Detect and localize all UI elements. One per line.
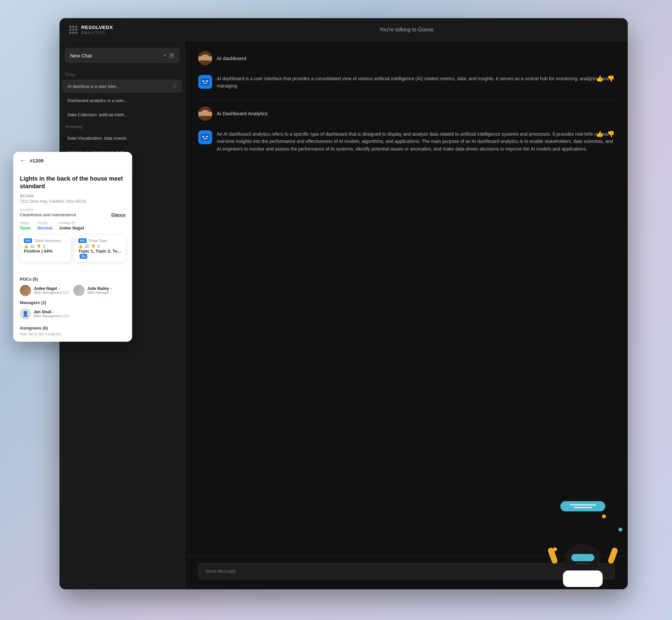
bubble-line-1 — [570, 505, 596, 506]
sentiment-value: Positive | 54% — [24, 249, 67, 254]
user-message-0: AI dashboard — [198, 51, 615, 65]
topic-thumbs-up-icon: 👍 — [78, 244, 83, 249]
ticket-created-by: Created By Jodee Nagel — [59, 221, 84, 230]
poc-name-text-1: Julie Bailey — [87, 286, 109, 291]
today-label: Today — [59, 70, 185, 79]
logo-text: RESOLVEDX — [81, 24, 113, 30]
thumbs-up-button-0[interactable]: 👍 — [596, 75, 603, 82]
manager-name-text-0: Jen Shull — [34, 310, 51, 314]
robot-arm-right — [607, 547, 619, 564]
robot-screen — [571, 554, 594, 561]
poc-company-0: Miller Management LLC — [34, 291, 69, 295]
thumbs-down-button-1[interactable]: 👎 — [607, 131, 615, 138]
topic-card: RXI Ticket Topic 👍 12 👎 3 Topic 1, Topic… — [74, 235, 126, 262]
message-actions-0: ⧉ 👍 👎 — [588, 75, 615, 82]
robot-base — [563, 570, 603, 587]
bot-message-0: AI dashboard is a user interface that pr… — [198, 75, 615, 90]
poc-company-1: Miller Manager — [87, 291, 113, 295]
new-chat-button[interactable]: New Chat + ⊞ — [65, 48, 179, 63]
manager-check-0: ✓ — [52, 310, 55, 314]
glance-link[interactable]: Glance — [111, 212, 126, 217]
copy-button-1[interactable]: ⧉ — [588, 131, 592, 138]
layout-icon[interactable]: ⊞ — [169, 52, 174, 59]
plus-icon[interactable]: + — [163, 52, 166, 59]
topic-votes: 👍 12 👎 3 — [78, 244, 122, 249]
poc-check-0: ✓ — [58, 287, 61, 291]
topic-value: Topic 1, Topic 2, To... 3+ — [78, 249, 122, 258]
topic-thumbs-down-icon: 👎 — [91, 244, 95, 249]
sentiment-rx-badge: RXI — [24, 238, 32, 243]
managers-title: Managers (1) — [20, 300, 126, 305]
thumbs-up-button-1[interactable]: 👍 — [596, 131, 603, 138]
bot-mouth-1 — [203, 138, 207, 139]
sentiment-card: RXI Ticket Sentiment 👍 12 👎 3 Positive |… — [20, 235, 71, 262]
priority-value: Normal — [37, 225, 52, 230]
manager-item-0: 👤 Jen Shull ✓ Miller Management LLC — [20, 308, 126, 320]
header-title: You're talking to Goose — [379, 27, 433, 32]
topic-header: RXI Ticket Topic — [78, 238, 122, 243]
chat-item-3[interactable]: Data Visualization: data scienti... — [62, 132, 182, 145]
grid-icon — [69, 26, 77, 34]
poc-name-0: Jodee Nagel ✓ — [34, 286, 69, 291]
poc-name-1: Julie Bailey ✓ — [87, 286, 113, 291]
status-value: Open — [20, 225, 31, 230]
chat-item-text-2: Data Collection: artificial intell... — [67, 112, 177, 117]
assignees-section: Assignees (0) Has Yet to Be Assigned — [13, 322, 132, 342]
message-group-0: AI dashboard — [198, 51, 615, 65]
sentiment-votes: 👍 12 👎 3 — [24, 244, 67, 249]
sentiment-thumbs-down-count: 3 — [43, 244, 45, 248]
sentiment-header: RXI Ticket Sentiment — [24, 238, 67, 243]
user-avatar-0 — [198, 51, 212, 65]
ticket-meta: Status Open Priority Normal Created By J… — [20, 221, 126, 230]
ticket-location-row: Cleanliness and maintenance Glance — [20, 212, 126, 217]
created-by-label: Created By — [59, 221, 84, 225]
divider-0 — [198, 100, 615, 100]
topic-thumbs-down-count: 3 — [97, 244, 99, 248]
bot-mouth-0 — [203, 83, 207, 84]
manager-info-0: Jen Shull ✓ Miller Management LLC — [34, 310, 69, 318]
menu-icon-0[interactable]: ⊟ — [173, 84, 177, 89]
managers-section: Managers (1) 👤 Jen Shull ✓ Miller Manage… — [13, 296, 132, 320]
chat-item-text-3: Data Visualization: data scienti... — [67, 136, 177, 141]
pocs-list: Jodee Nagel ✓ Miller Management LLC Juli… — [20, 285, 126, 296]
status-label: Status — [20, 221, 31, 225]
bot-eye-right-1 — [206, 136, 208, 137]
chat-item-0[interactable]: AI dashboa is a user inter... ⊟ — [62, 80, 182, 93]
speech-bubble — [560, 501, 605, 511]
logo-area: RESOLVEDX ANALYTICS — [69, 24, 195, 35]
bot-eyes-0 — [202, 80, 208, 82]
app-header: RESOLVEDX ANALYTICS You're talking to Go… — [59, 18, 628, 41]
back-button[interactable]: ← — [20, 157, 26, 164]
poc-info-1: Julie Bailey ✓ Miller Manager — [87, 286, 113, 295]
dot-orange-2 — [602, 514, 606, 518]
new-chat-label: New Chat — [70, 53, 92, 58]
robot-illustration — [533, 495, 632, 593]
bot-avatar-0 — [198, 75, 212, 89]
ticket-id: BK3466 — [20, 194, 126, 198]
poc-avatar-0 — [20, 285, 31, 296]
ticket-body: Lights in the back of the house meet sta… — [13, 170, 132, 272]
assignees-value: Has Yet to Be Assigned — [20, 332, 126, 337]
poc-avatar-1 — [74, 285, 85, 296]
bot-eyes-1 — [202, 136, 208, 137]
chat-item-1[interactable]: Dashboard analytics is a user... — [62, 94, 182, 107]
user-avatar-1 — [198, 107, 212, 120]
ticket-number: #1209 — [30, 158, 44, 163]
topic-thumbs-up-count: 12 — [85, 244, 89, 248]
message-group-2: Ai Dashboard Analytics — [198, 107, 615, 120]
chat-item-2[interactable]: Data Collection: artificial intell... — [62, 108, 182, 121]
new-chat-actions: + ⊞ — [163, 52, 174, 59]
bot-message-content-1: An AI dashboard analytics refers to a sp… — [217, 131, 615, 153]
copy-button-0[interactable]: ⧉ — [588, 75, 592, 82]
logo-sub: ANALYTICS — [81, 31, 113, 35]
chat-messages: AI dashboard — [185, 41, 628, 556]
thumbs-down-button-0[interactable]: 👎 — [607, 75, 615, 82]
poc-item-0: Jodee Nagel ✓ Miller Management LLC — [20, 285, 69, 296]
user-message-text-0: AI dashboard — [217, 55, 246, 61]
message-actions-1: ⧉ 👍 👎 — [588, 131, 615, 138]
sentiment-thumbs-up-icon: 👍 — [24, 244, 29, 249]
sentiment-thumbs-down-icon: 👎 — [36, 244, 41, 249]
poc-info-0: Jodee Nagel ✓ Miller Management LLC — [34, 286, 69, 295]
topic-title: Ticket Topic — [89, 239, 107, 243]
manager-company-0: Miller Management LLC — [34, 314, 69, 318]
